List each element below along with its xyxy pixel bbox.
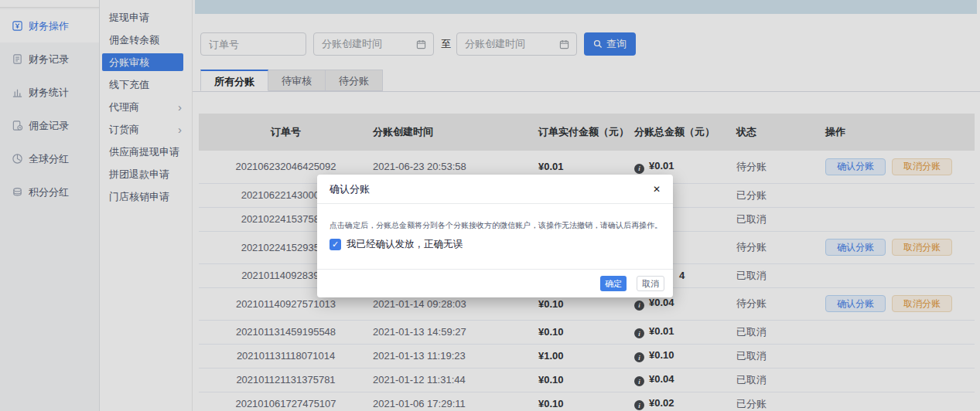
ok-button[interactable]: 确定 — [600, 276, 627, 291]
dialog-footer: 确定 取消 — [317, 269, 673, 297]
checkbox-label: 我已经确认发放，正确无误 — [347, 238, 463, 251]
dialog-title: 确认分账 — [330, 182, 370, 196]
app-root: 财务操作财务记录财务统计佣金记录全球分红积分分红 提现申请佣金转余额分账审核线下… — [0, 0, 980, 411]
dialog-header: 确认分账 ✕ — [317, 175, 673, 204]
confirm-split-dialog: 确认分账 ✕ 点击确定后，分账总金额将分到各个分账接收方的微信账户，该操作无法撤… — [317, 175, 673, 297]
cancel-button[interactable]: 取消 — [637, 276, 664, 291]
checkbox-checked-icon[interactable]: ✓ — [330, 239, 341, 250]
dialog-message: 点击确定后，分账总金额将分到各个分账接收方的微信账户，该操作无法撤销，请确认后再… — [330, 219, 661, 231]
confirm-checkbox-row[interactable]: ✓ 我已经确认发放，正确无误 — [330, 238, 661, 251]
dialog-body: 点击确定后，分账总金额将分到各个分账接收方的微信账户，该操作无法撤销，请确认后再… — [317, 204, 673, 269]
close-icon[interactable]: ✕ — [653, 185, 661, 194]
